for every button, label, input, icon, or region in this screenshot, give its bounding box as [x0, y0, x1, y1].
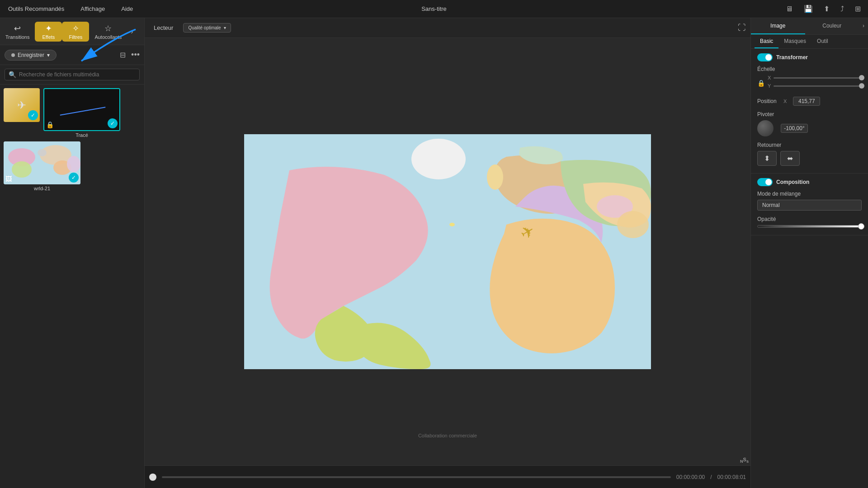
pivoter-value[interactable]: -100,00°: [781, 124, 808, 133]
echelle-sliders: X Y: [768, 75, 862, 91]
tab-extra[interactable]: ›: [859, 18, 868, 34]
subtab-basic[interactable]: Basic: [755, 35, 778, 48]
plane-check: ✓: [28, 110, 38, 120]
top-menu-bar: Outils Recommandés Affichage Aide Sans-t…: [0, 0, 868, 18]
grid-icon[interactable]: ⊞: [852, 4, 863, 14]
transformer-toggle[interactable]: [757, 53, 773, 61]
autocollants-label: Autocollants: [94, 34, 122, 40]
position-x-label: X: [783, 99, 787, 104]
position-row: Position X 415,77: [757, 97, 862, 106]
subtab-masques[interactable]: Masques: [778, 35, 811, 48]
more-options-button[interactable]: •••: [131, 50, 140, 60]
trace-lock-icon: 🔒: [46, 121, 54, 128]
quality-select[interactable]: Qualité optimale ▾: [183, 23, 231, 33]
filter-row: Enregistrer ▾ ⊟ •••: [0, 45, 144, 65]
svg-point-3: [12, 161, 32, 178]
timeline-playhead[interactable]: [149, 474, 156, 481]
mode-melange-group: Mode de mélange Normal: [757, 191, 862, 211]
filtres-icon: ✧: [72, 23, 79, 33]
echelle-y-thumb: [859, 83, 864, 89]
search-input[interactable]: [19, 71, 136, 78]
retourner-group: Retourner ⬍ ⬌: [757, 142, 862, 166]
world-img-icon: 🖼: [5, 175, 12, 183]
opacite-group: Opacité: [757, 216, 862, 228]
enregistrer-chevron: ▾: [47, 52, 50, 58]
toolbar-transitions[interactable]: ↩ Transitions: [0, 22, 35, 42]
video-canvas: ✈ Collaboration commerciale NSs: [145, 38, 750, 465]
world-check: ✓: [69, 173, 79, 183]
expand-icon-button[interactable]: ⛶: [738, 23, 746, 33]
lock-icon[interactable]: 🔒: [757, 80, 765, 87]
mode-melange-value[interactable]: Normal: [757, 200, 862, 211]
toolbar-autocollants[interactable]: ☆ Autocollants: [89, 22, 127, 42]
transitions-label: Transitions: [5, 34, 29, 40]
share-icon[interactable]: ⤴: [838, 4, 847, 14]
opacity-thumb: [858, 223, 864, 230]
pivoter-wheel[interactable]: [757, 120, 774, 136]
svg-point-12: [617, 211, 649, 238]
media-thumb-world[interactable]: 🖼 ✓: [4, 141, 80, 184]
position-value[interactable]: 415,77: [793, 97, 820, 106]
time-separator: /: [710, 474, 712, 480]
search-icon: 🔍: [9, 71, 16, 78]
media-row-1: ✈ ✓ 🔒 ✓ Tracé: [4, 88, 141, 138]
echelle-y-label: Y: [768, 83, 771, 89]
position-group: Position X 415,77: [757, 97, 862, 106]
monitor-icon[interactable]: 🖥: [783, 4, 796, 14]
menu-items: Outils Recommandés Affichage Aide: [5, 4, 137, 14]
subtab-outil[interactable]: Outil: [811, 35, 834, 48]
retourner-vertical-button[interactable]: ⬍: [757, 151, 777, 166]
mode-melange-label: Mode de mélange: [757, 191, 862, 197]
toolbar-effets[interactable]: ✦ Effets: [35, 22, 62, 42]
upload-icon[interactable]: ⬆: [821, 4, 832, 14]
timeline-track[interactable]: [162, 476, 671, 478]
opacite-label: Opacité: [757, 216, 862, 222]
quality-label: Qualité optimale: [188, 25, 221, 30]
media-thumb-trace[interactable]: 🔒 ✓: [43, 88, 120, 131]
svg-point-6: [38, 149, 47, 156]
top-menu-right: 🖥 💾 ⬆ ⤴ ⊞: [783, 4, 863, 14]
echelle-x-thumb: [859, 75, 864, 80]
save-icon[interactable]: 💾: [801, 4, 816, 14]
retourner-buttons: ⬍ ⬌: [757, 151, 862, 166]
app-title: Sans-titre: [421, 5, 447, 12]
toolbar-chevron[interactable]: ›: [127, 28, 137, 36]
filter-icon-button[interactable]: ⊟: [118, 49, 127, 61]
ncs-watermark: NSs: [740, 457, 749, 464]
map-display: ✈: [244, 134, 651, 369]
current-time: 00:00:00:00: [676, 474, 705, 480]
pivoter-row: -100,00°: [757, 120, 862, 136]
echelle-x-label: X: [768, 75, 771, 80]
autocollants-icon: ☆: [104, 23, 112, 33]
search-row: 🔍: [0, 65, 144, 84]
main-layout: ↩ Transitions ✦ Effets ✧ Filtres ☆ Autoc…: [0, 18, 868, 488]
enregistrer-dot: [11, 53, 15, 57]
trace-line: [60, 107, 106, 116]
enregistrer-button[interactable]: Enregistrer ▾: [5, 50, 57, 61]
opacity-slider[interactable]: [757, 225, 862, 228]
trace-check: ✓: [108, 118, 118, 128]
menu-aide[interactable]: Aide: [118, 4, 137, 14]
tab-image[interactable]: Image: [751, 18, 805, 34]
tab-couleur[interactable]: Couleur: [805, 18, 859, 34]
echelle-y-row: Y: [768, 83, 862, 89]
transformer-title: Transformer: [776, 54, 808, 61]
menu-outils[interactable]: Outils Recommandés: [5, 4, 68, 14]
composition-toggle-knob: [765, 179, 772, 185]
pivoter-label: Pivoter: [757, 111, 862, 117]
right-panel: Image Couleur › Basic Masques Outil Tran…: [750, 18, 868, 488]
right-tabs: Image Couleur ›: [751, 18, 868, 35]
position-label: Position: [757, 98, 780, 104]
media-thumb-plane[interactable]: ✈ ✓: [4, 88, 40, 122]
collab-overlay: Collaboration commerciale: [145, 433, 750, 438]
svg-point-9: [411, 139, 466, 179]
composition-toggle[interactable]: [757, 178, 773, 186]
timeline-bar: 00:00:00:00 / 00:00:08:01: [145, 465, 750, 488]
center-area: Lecteur Qualité optimale ▾ ⛶: [145, 18, 750, 488]
retourner-horizontal-button[interactable]: ⬌: [780, 151, 800, 166]
menu-affichage[interactable]: Affichage: [77, 4, 108, 14]
lecteur-button[interactable]: Lecteur: [149, 23, 178, 33]
echelle-y-slider[interactable]: [774, 85, 862, 87]
echelle-x-slider[interactable]: [774, 77, 862, 79]
toolbar-filtres[interactable]: ✧ Filtres: [62, 22, 89, 42]
